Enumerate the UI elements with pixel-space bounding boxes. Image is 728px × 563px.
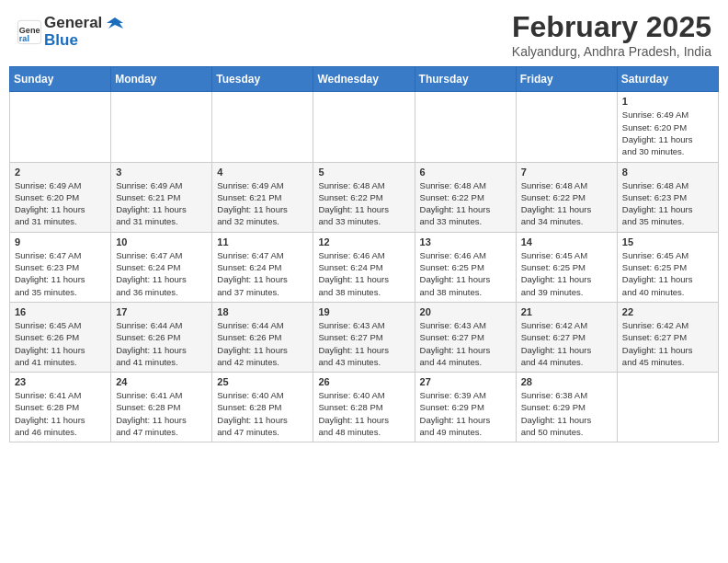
day-info: Sunrise: 6:41 AM Sunset: 6:28 PM Dayligh… [116,389,207,438]
day-info: Sunrise: 6:42 AM Sunset: 6:27 PM Dayligh… [622,319,713,368]
logo-general: General [44,14,102,31]
calendar-table: SundayMondayTuesdayWednesdayThursdayFrid… [9,66,719,442]
calendar-cell: 19Sunrise: 6:43 AM Sunset: 6:27 PM Dayli… [313,302,415,372]
day-info: Sunrise: 6:47 AM Sunset: 6:24 PM Dayligh… [217,249,308,298]
calendar-cell: 28Sunrise: 6:38 AM Sunset: 6:29 PM Dayli… [516,373,617,442]
calendar-cell: 10Sunrise: 6:47 AM Sunset: 6:24 PM Dayli… [111,232,212,302]
day-number: 14 [521,236,612,247]
day-number: 7 [521,167,612,178]
day-number: 21 [521,306,612,317]
day-number: 18 [217,306,308,317]
calendar-header-row: SundayMondayTuesdayWednesdayThursdayFrid… [10,67,719,92]
day-number: 28 [521,376,612,387]
calendar-cell: 21Sunrise: 6:42 AM Sunset: 6:27 PM Dayli… [516,302,617,372]
calendar-cell: 22Sunrise: 6:42 AM Sunset: 6:27 PM Dayli… [617,302,718,372]
calendar-cell [313,92,415,162]
day-number: 26 [318,376,409,387]
title-area: February 2025 Kalyandurg, Andhra Pradesh… [512,9,711,59]
day-header-sunday: Sunday [10,67,111,92]
calendar-cell [212,92,313,162]
svg-marker-3 [107,17,123,29]
calendar-week-2: 2Sunrise: 6:49 AM Sunset: 6:20 PM Daylig… [10,162,719,232]
calendar-cell: 23Sunrise: 6:41 AM Sunset: 6:28 PM Dayli… [10,373,111,442]
location: Kalyandurg, Andhra Pradesh, India [512,44,711,59]
day-header-monday: Monday [111,67,212,92]
day-info: Sunrise: 6:45 AM Sunset: 6:25 PM Dayligh… [521,249,612,298]
day-info: Sunrise: 6:49 AM Sunset: 6:20 PM Dayligh… [15,179,106,228]
day-info: Sunrise: 6:43 AM Sunset: 6:27 PM Dayligh… [318,319,409,368]
day-info: Sunrise: 6:48 AM Sunset: 6:22 PM Dayligh… [420,179,511,228]
calendar-week-4: 16Sunrise: 6:45 AM Sunset: 6:26 PM Dayli… [10,302,719,372]
calendar-cell [516,92,617,162]
calendar-cell: 9Sunrise: 6:47 AM Sunset: 6:23 PM Daylig… [10,232,111,302]
calendar-cell: 15Sunrise: 6:45 AM Sunset: 6:25 PM Dayli… [617,232,718,302]
calendar-cell: 5Sunrise: 6:48 AM Sunset: 6:22 PM Daylig… [313,162,415,232]
calendar-cell: 26Sunrise: 6:40 AM Sunset: 6:28 PM Dayli… [313,373,415,442]
calendar-cell: 2Sunrise: 6:49 AM Sunset: 6:20 PM Daylig… [10,162,111,232]
calendar-cell: 13Sunrise: 6:46 AM Sunset: 6:25 PM Dayli… [415,232,516,302]
calendar-cell: 3Sunrise: 6:49 AM Sunset: 6:21 PM Daylig… [111,162,212,232]
day-number: 20 [420,306,511,317]
calendar-week-3: 9Sunrise: 6:47 AM Sunset: 6:23 PM Daylig… [10,232,719,302]
calendar-cell: 7Sunrise: 6:48 AM Sunset: 6:22 PM Daylig… [516,162,617,232]
day-number: 12 [318,236,409,247]
day-number: 4 [217,167,308,178]
calendar-cell: 25Sunrise: 6:40 AM Sunset: 6:28 PM Dayli… [212,373,313,442]
day-info: Sunrise: 6:42 AM Sunset: 6:27 PM Dayligh… [521,319,612,368]
calendar-cell [617,373,718,442]
day-info: Sunrise: 6:49 AM Sunset: 6:20 PM Dayligh… [622,109,713,157]
calendar-cell: 12Sunrise: 6:46 AM Sunset: 6:24 PM Dayli… [313,232,415,302]
calendar-cell: 27Sunrise: 6:39 AM Sunset: 6:29 PM Dayli… [415,373,516,442]
day-number: 5 [318,167,409,178]
day-number: 17 [116,306,207,317]
calendar-week-5: 23Sunrise: 6:41 AM Sunset: 6:28 PM Dayli… [10,373,719,442]
logo-icon: Gene ral [17,19,42,45]
day-number: 11 [217,236,308,247]
day-number: 19 [318,306,409,317]
calendar-week-1: 1Sunrise: 6:49 AM Sunset: 6:20 PM Daylig… [10,92,719,162]
day-number: 16 [15,306,106,317]
svg-text:ral: ral [19,33,29,42]
day-info: Sunrise: 6:48 AM Sunset: 6:23 PM Dayligh… [622,179,713,228]
day-info: Sunrise: 6:38 AM Sunset: 6:29 PM Dayligh… [521,389,612,438]
day-number: 27 [420,376,511,387]
day-number: 8 [622,167,713,178]
calendar-cell: 1Sunrise: 6:49 AM Sunset: 6:20 PM Daylig… [617,92,718,162]
day-number: 1 [622,96,713,107]
day-info: Sunrise: 6:48 AM Sunset: 6:22 PM Dayligh… [521,179,612,228]
calendar-cell: 4Sunrise: 6:49 AM Sunset: 6:21 PM Daylig… [212,162,313,232]
calendar-cell: 18Sunrise: 6:44 AM Sunset: 6:26 PM Dayli… [212,302,313,372]
calendar-cell: 14Sunrise: 6:45 AM Sunset: 6:25 PM Dayli… [516,232,617,302]
day-info: Sunrise: 6:44 AM Sunset: 6:26 PM Dayligh… [116,319,207,368]
header: Gene ral General Blue February 2025 Kaly… [9,9,719,59]
calendar-cell: 16Sunrise: 6:45 AM Sunset: 6:26 PM Dayli… [10,302,111,372]
day-info: Sunrise: 6:39 AM Sunset: 6:29 PM Dayligh… [420,389,511,438]
day-header-thursday: Thursday [415,67,516,92]
day-number: 24 [116,376,207,387]
calendar-cell: 8Sunrise: 6:48 AM Sunset: 6:23 PM Daylig… [617,162,718,232]
day-number: 10 [116,236,207,247]
logo: Gene ral General Blue [17,15,123,49]
day-number: 15 [622,236,713,247]
day-header-saturday: Saturday [617,67,718,92]
day-info: Sunrise: 6:47 AM Sunset: 6:24 PM Dayligh… [116,249,207,298]
day-info: Sunrise: 6:46 AM Sunset: 6:24 PM Dayligh… [318,249,409,298]
calendar-cell [111,92,212,162]
day-info: Sunrise: 6:49 AM Sunset: 6:21 PM Dayligh… [217,179,308,228]
day-header-wednesday: Wednesday [313,67,415,92]
day-number: 22 [622,306,713,317]
day-info: Sunrise: 6:41 AM Sunset: 6:28 PM Dayligh… [15,389,106,438]
logo-bird-icon [107,16,123,32]
day-number: 3 [116,167,207,178]
calendar-cell: 11Sunrise: 6:47 AM Sunset: 6:24 PM Dayli… [212,232,313,302]
logo-blue: Blue [44,32,123,50]
day-info: Sunrise: 6:45 AM Sunset: 6:26 PM Dayligh… [15,319,106,368]
month-title: February 2025 [512,9,711,44]
day-info: Sunrise: 6:43 AM Sunset: 6:27 PM Dayligh… [420,319,511,368]
day-number: 13 [420,236,511,247]
day-info: Sunrise: 6:46 AM Sunset: 6:25 PM Dayligh… [420,249,511,298]
day-header-tuesday: Tuesday [212,67,313,92]
day-number: 23 [15,376,106,387]
calendar-cell [10,92,111,162]
day-number: 2 [15,167,106,178]
